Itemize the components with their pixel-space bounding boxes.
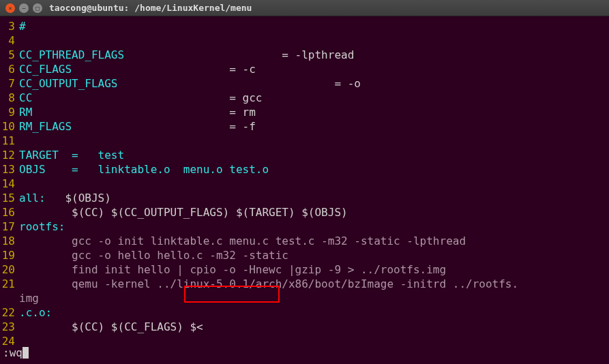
line-number: 11 [0,134,19,148]
line-number: 15 [0,191,19,205]
code-line: 4 [0,33,609,48]
makefile-val: = gcc [229,91,262,104]
maximize-icon[interactable]: □ [33,3,42,13]
makefile-val: = rm [229,106,256,119]
code-line: 24 [0,334,609,348]
terminal-body[interactable]: 3 # 4 5 CC_PTHREAD_FLAGS = -lpthread 6 C… [0,16,609,364]
makefile-var: CC_PTHREAD_FLAGS [19,48,124,61]
close-icon[interactable]: ✕ [5,3,15,13]
line-number: 9 [0,105,19,119]
code-line: 17 rootfs: [0,219,609,234]
makefile-val: = -f [229,120,256,133]
makefile-cmd: qemu -kernel ../linux-5.0.1/arch/x86/boo… [19,277,518,291]
makefile-target: all: [19,192,46,204]
line-number: 10 [0,119,19,134]
line-number: 4 [0,33,19,48]
makefile-var: RM_FLAGS [19,120,72,133]
code-line: img [0,291,609,305]
makefile-var: CC [19,91,32,104]
code-line: 21 qemu -kernel ../linux-5.0.1/arch/x86/… [0,277,609,291]
comment: # [19,19,26,33]
titlebar: ✕ − □ taocong@ubuntu: /home/LinuxKernel/… [0,0,609,16]
makefile-var: CC_OUTPUT_FLAGS [19,77,118,90]
line-number: 13 [0,162,19,177]
makefile-cmd: gcc -o init linktable.c menu.c test.c -m… [19,234,466,248]
makefile-assign: OBJS = linktable.o menu.o test.o [19,162,269,177]
line-number: 19 [0,248,19,262]
code-line: 3 # [0,19,609,33]
makefile-cmd-wrap: img [19,291,39,305]
vim-command-text: :wq [3,346,23,360]
line-number: 23 [0,320,19,334]
line-number [0,291,19,305]
code-line: 20 find init hello | cpio -o -Hnewc |gzi… [0,262,609,277]
line-number: 5 [0,48,19,62]
makefile-target: rootfs: [19,219,65,234]
code-line: 22 .c.o: [0,305,609,320]
makefile-val: = -c [229,63,256,76]
line-number: 17 [0,219,19,234]
code-line: 12 TARGET = test [0,148,609,162]
makefile-deps: $(OBJS) [46,192,111,204]
line-number: 6 [0,62,19,76]
makefile-cmd: find init hello | cpio -o -Hnewc |gzip -… [19,262,446,277]
cursor-icon [23,347,29,359]
code-line: 10 RM_FLAGS = -f [0,119,609,134]
line-number: 18 [0,234,19,248]
code-line: 7 CC_OUTPUT_FLAGS = -o [0,76,609,91]
makefile-cmd: gcc -o hello hello.c -m32 -static [19,248,288,262]
code-line: 5 CC_PTHREAD_FLAGS = -lpthread [0,48,609,62]
code-line: 15 all: $(OBJS) [0,191,609,205]
code-line: 6 CC_FLAGS = -c [0,62,609,76]
makefile-val: = -o [334,77,361,90]
code-line: 19 gcc -o hello hello.c -m32 -static [0,248,609,262]
line-number: 20 [0,262,19,277]
code-line: 9 RM = rm [0,105,609,119]
line-number: 14 [0,177,19,191]
makefile-cmd: $(CC) $(CC_OUTPUT_FLAGS) $(TARGET) $(OBJ… [19,205,348,219]
code-line: 18 gcc -o init linktable.c menu.c test.c… [0,234,609,248]
line-number: 21 [0,277,19,291]
code-line: 23 $(CC) $(CC_FLAGS) $< [0,320,609,334]
makefile-val: = -lpthread [282,48,354,61]
minimize-icon[interactable]: − [19,3,29,13]
line-number: 7 [0,76,19,91]
code-line: 11 [0,134,609,148]
line-number: 12 [0,148,19,162]
line-number: 3 [0,19,19,33]
line-number: 22 [0,305,19,320]
makefile-assign: TARGET = test [19,148,124,162]
makefile-cmd: $(CC) $(CC_FLAGS) $< [19,320,203,334]
makefile-var: RM [19,106,32,119]
window-controls: ✕ − □ [5,3,42,13]
line-number: 16 [0,205,19,219]
vim-command-line[interactable]: :wq [3,346,29,360]
code-line: 16 $(CC) $(CC_OUTPUT_FLAGS) $(TARGET) $(… [0,205,609,219]
code-line: 14 [0,177,609,191]
makefile-var: CC_FLAGS [19,63,72,76]
makefile-target: .c.o: [19,305,52,320]
window-title: taocong@ubuntu: /home/LinuxKernel/menu [49,3,252,13]
code-line: 13 OBJS = linktable.o menu.o test.o [0,162,609,177]
line-number: 8 [0,91,19,105]
code-line: 8 CC = gcc [0,91,609,105]
